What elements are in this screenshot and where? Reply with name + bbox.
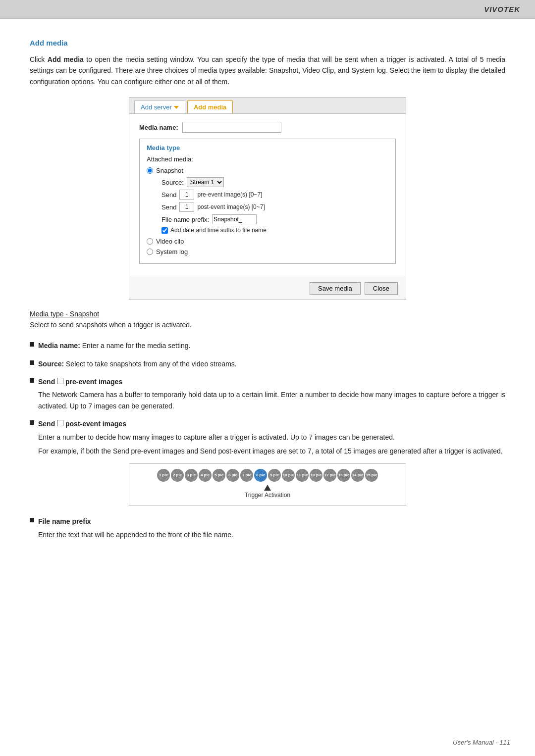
media-name-row: Media name: bbox=[139, 122, 396, 133]
video-clip-radio[interactable] bbox=[147, 238, 153, 245]
media-type-title: Media type bbox=[147, 144, 388, 151]
send-post-suffix: post-event image(s) [0~7] bbox=[197, 203, 265, 210]
bullet-text-media-name: Media name: Enter a name for the media s… bbox=[38, 340, 190, 351]
bullet-item-send-pre: Send pre-event images bbox=[30, 376, 505, 387]
bullet-text-file-name-prefix: File name prefix bbox=[38, 516, 91, 527]
add-datetime-label: Add date and time suffix to file name bbox=[170, 227, 267, 234]
snapshot-options: Source: Stream 1 Send pre-event image(s)… bbox=[161, 177, 388, 234]
bullet-icon-send-pre bbox=[30, 378, 34, 383]
intro-paragraph: Click Add media to open the media settin… bbox=[30, 54, 505, 87]
pic-bubble-10: 10 pic bbox=[282, 469, 295, 482]
add-server-label: Add server bbox=[141, 103, 172, 111]
page-footer: User's Manual - 111 bbox=[453, 739, 510, 746]
trigger-row: Trigger Activation bbox=[134, 485, 401, 499]
diagram-wrapper: 1 pic2 pic3 pic4 pic5 pic6 pic7 pic8 pic… bbox=[129, 463, 406, 506]
snapshot-label: Snapshot bbox=[156, 167, 183, 174]
file-name-prefix-row: File name prefix: bbox=[161, 214, 388, 224]
media-name-input[interactable] bbox=[182, 122, 281, 133]
dialog-body: Media name: Media type Attached media: S… bbox=[129, 114, 406, 277]
add-media-label: Add media bbox=[194, 103, 226, 111]
tab-add-server[interactable]: Add server bbox=[134, 101, 185, 113]
attached-media-label: Attached media: bbox=[147, 155, 388, 163]
bullet-text-send-pre: Send pre-event images bbox=[38, 376, 122, 387]
pic-bubble-2: 2 pic bbox=[171, 469, 184, 482]
section-heading: Add media bbox=[30, 39, 505, 47]
send-pre-suffix: pre-event image(s) [0~7] bbox=[197, 191, 262, 198]
pic-bubble-5: 5 pic bbox=[213, 469, 225, 482]
save-media-button[interactable]: Save media bbox=[310, 282, 361, 295]
bullet-icon-media-name bbox=[30, 342, 34, 347]
bullet-icon-send-post bbox=[30, 420, 34, 425]
bullet-send-pre: Send pre-event images The Network Camera… bbox=[30, 376, 505, 411]
brand-logo: VIVOTEK bbox=[484, 5, 520, 13]
file-name-prefix-label: File name prefix: bbox=[161, 216, 209, 223]
source-row: Source: Stream 1 bbox=[161, 177, 388, 187]
pic-bubble-9: 9 pic bbox=[268, 469, 281, 482]
trigger-arrow-icon bbox=[264, 485, 271, 491]
send-post-input[interactable] bbox=[179, 202, 194, 212]
bullet-item-media-name: Media name: Enter a name for the media s… bbox=[30, 340, 505, 351]
send-pre-label: Send bbox=[161, 191, 176, 199]
source-select[interactable]: Stream 1 bbox=[187, 177, 224, 187]
bullet-text-source: Source: Select to take snapshots from an… bbox=[38, 358, 237, 369]
page-wrapper: VIVOTEK Add media Click Add media to ope… bbox=[0, 0, 535, 756]
bullet-sub-text-file-name-prefix: Enter the text that will be appended to … bbox=[38, 529, 505, 540]
dialog-tabs: Add server Add media bbox=[129, 98, 406, 114]
pic-bubble-12: 10 pic bbox=[310, 469, 322, 482]
media-type-box: Media type Attached media: Snapshot Sour… bbox=[139, 139, 396, 264]
snapshot-radio-option[interactable]: Snapshot bbox=[147, 167, 388, 174]
pic-strip: 1 pic2 pic3 pic4 pic5 pic6 pic7 pic8 pic… bbox=[134, 469, 401, 482]
media-name-label: Media name: bbox=[139, 124, 178, 131]
send-pre-row: Send pre-event image(s) [0~7] bbox=[161, 190, 388, 200]
close-button[interactable]: Close bbox=[365, 282, 398, 295]
dropdown-arrow-icon bbox=[174, 106, 179, 109]
tab-add-media[interactable]: Add media bbox=[187, 101, 233, 113]
pic-bubble-6: 6 pic bbox=[226, 469, 239, 482]
video-clip-label: Video clip bbox=[156, 238, 184, 245]
bullet-sub-text-send-post: Enter a number to decide how many images… bbox=[38, 432, 505, 443]
trigger-label: Trigger Activation bbox=[245, 492, 290, 499]
pic-bubble-13: 12 pic bbox=[323, 469, 336, 482]
bullet-sub-text-send-pre: The Network Camera has a buffer to tempo… bbox=[38, 389, 505, 411]
bullet-send-post: Send post-event images Enter a number to… bbox=[30, 418, 505, 456]
video-clip-radio-option[interactable]: Video clip bbox=[147, 238, 388, 245]
bullet-item-file-name-prefix: File name prefix bbox=[30, 516, 505, 527]
pic-bubble-1: 1 pic bbox=[157, 469, 170, 482]
file-name-prefix-input[interactable] bbox=[212, 214, 257, 224]
add-datetime-row: Add date and time suffix to file name bbox=[161, 227, 388, 234]
send-pre-input[interactable] bbox=[179, 190, 194, 200]
system-log-label: System log bbox=[156, 248, 188, 255]
bullet-source: Source: Select to take snapshots from an… bbox=[30, 358, 505, 369]
bullet-icon-source bbox=[30, 360, 34, 365]
bullet-icon-file-name-prefix bbox=[30, 518, 34, 522]
system-log-radio[interactable] bbox=[147, 249, 153, 255]
bullet-sub-text-send-post-extra: For example, if both the Send pre-event … bbox=[38, 446, 505, 456]
system-log-radio-option[interactable]: System log bbox=[147, 248, 388, 255]
send-post-checkbox-icon bbox=[57, 420, 63, 426]
send-pre-checkbox-icon bbox=[57, 378, 63, 384]
media-type-snapshot-description: Select to send snapshots when a trigger … bbox=[30, 320, 505, 330]
ui-dialog-box: Add server Add media Media name: Media t… bbox=[129, 97, 406, 300]
send-post-row: Send post-event image(s) [0~7] bbox=[161, 202, 388, 212]
bullet-item-source: Source: Select to take snapshots from an… bbox=[30, 358, 505, 369]
bullet-media-name: Media name: Enter a name for the media s… bbox=[30, 340, 505, 351]
bullet-text-send-post: Send post-event images bbox=[38, 418, 126, 429]
pic-bubble-14: 13 pic bbox=[337, 469, 350, 482]
media-type-snapshot-heading: Media type - Snapshot bbox=[30, 310, 505, 318]
top-bar: VIVOTEK bbox=[0, 0, 535, 19]
source-label: Source: bbox=[161, 179, 184, 186]
pic-bubble-3: 3 pic bbox=[185, 469, 198, 482]
pic-bubble-16: 15 pic bbox=[365, 469, 378, 482]
bullet-item-send-post: Send post-event images bbox=[30, 418, 505, 429]
pic-bubble-4: 4 pic bbox=[199, 469, 212, 482]
pic-bubble-8: 8 pic bbox=[254, 469, 267, 482]
send-post-label: Send bbox=[161, 203, 176, 211]
dialog-footer: Save media Close bbox=[129, 277, 406, 300]
pic-bubble-15: 14 pic bbox=[351, 469, 364, 482]
add-datetime-checkbox[interactable] bbox=[161, 227, 168, 234]
pic-bubble-11: 11 pic bbox=[296, 469, 309, 482]
main-content: Add media Click Add media to open the me… bbox=[0, 19, 535, 567]
pic-bubble-7: 7 pic bbox=[240, 469, 253, 482]
snapshot-radio[interactable] bbox=[147, 167, 153, 174]
bullet-file-name-prefix: File name prefix Enter the text that wil… bbox=[30, 516, 505, 540]
